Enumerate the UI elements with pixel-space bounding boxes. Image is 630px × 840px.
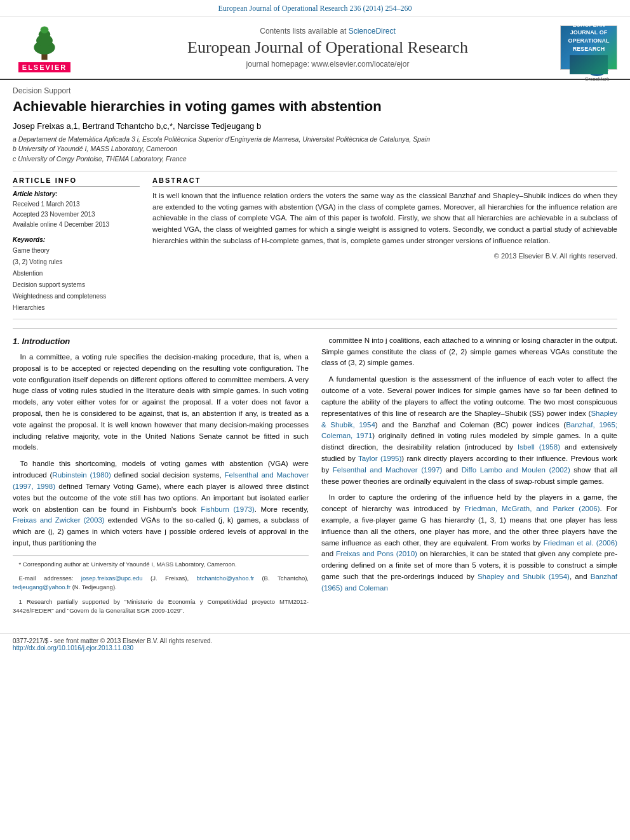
article-history: Article history: Received 1 March 2013 A… — [13, 190, 140, 230]
accepted-date: Accepted 23 November 2013 — [13, 210, 140, 220]
email-tchantcho[interactable]: btchantcho@yahoo.fr — [197, 575, 254, 582]
taylor-ref[interactable]: Taylor (1995) — [358, 455, 401, 462]
doi-link[interactable]: http://dx.doi.org/10.1016/j.ejor.2013.11… — [13, 644, 133, 651]
article-title: Achievable hierarchies in voting games w… — [13, 98, 617, 116]
body-columns: 1. Introduction In a committee, a voting… — [13, 328, 617, 620]
sciencedirect-label: Contents lists available at ScienceDirec… — [95, 27, 560, 36]
journal-cover-image: EUROPEAN JOURNAL OF OPERATIONAL RESEARCH — [560, 25, 617, 70]
right-para2: A fundamental question is the assessment… — [321, 374, 617, 487]
authors-text: Josep Freixas a,1, Bertrand Tchantcho b,… — [13, 121, 261, 131]
copyright-notice: © 2013 Elsevier B.V. All rights reserved… — [152, 252, 617, 260]
abstract-text: It is well known that the influence rela… — [152, 190, 617, 247]
keywords-section: Keywords: Game theory (3, 2) Voting rule… — [13, 236, 140, 314]
elsevier-logo: ELSEVIER — [13, 23, 76, 72]
journal-name: European Journal of Operational Research — [95, 38, 560, 57]
intro-para1: In a committee, a voting rule specifies … — [13, 352, 309, 453]
available-date: Available online 4 December 2013 — [13, 220, 140, 230]
article-info-heading: ARTICLE INFO — [13, 177, 140, 187]
publisher-logo: ELSEVIER — [13, 23, 95, 72]
bottom-bar: 0377-2217/$ - see front matter © 2013 El… — [0, 633, 630, 655]
keyword-3: Abstention — [13, 268, 140, 279]
affiliation-c: c University of Cergy Pontoise, THEMA La… — [13, 155, 187, 163]
email-tedjeugang[interactable]: tedjeugang@yahoo.fr — [13, 583, 70, 590]
shapley-shubik2-ref[interactable]: Shapley and Shubik (1954) — [478, 573, 570, 580]
keywords-label: Keywords: — [13, 236, 140, 243]
abstract-column: ABSTRACT It is well known that the influ… — [152, 177, 617, 314]
elsevier-wordmark: ELSEVIER — [18, 62, 70, 72]
right-para1: committee N into j coalitions, each atta… — [321, 335, 617, 369]
friedman2-ref[interactable]: Friedman et al. (2006) — [544, 539, 617, 547]
affiliations: a Departament de Matemàtica Aplicada 3 i… — [13, 135, 617, 164]
freixas-zwicker-ref[interactable]: Freixas and Zwicker (2003) — [13, 516, 105, 524]
corresponding-footnote: * Corresponding author at: University of… — [13, 560, 309, 569]
isbell-ref[interactable]: Isbell (1958) — [518, 443, 560, 451]
journal-homepage: journal homepage: www.elsevier.com/locat… — [95, 60, 560, 69]
keyword-6: Hierarchies — [13, 302, 140, 314]
keyword-5: Weightedness and completeness — [13, 291, 140, 302]
right-body-column: committee N into j coalitions, each atta… — [321, 335, 617, 620]
banzhaf2-ref[interactable]: Banzhaf (1965) and Coleman — [321, 573, 617, 592]
affiliation-a: a Departament de Matemàtica Aplicada 3 i… — [13, 135, 430, 143]
right-para3: In order to capture the ordering of the … — [321, 492, 617, 594]
svg-point-4 — [41, 27, 49, 34]
journal-header: ELSEVIER Contents lists available at Sci… — [0, 17, 630, 80]
keyword-1: Game theory — [13, 245, 140, 257]
abstract-heading: ABSTRACT — [152, 177, 617, 187]
email-freixas[interactable]: josep.freixas@upc.edu — [81, 575, 143, 582]
felsenthal2-ref[interactable]: Felsenthal and Machover (1997) — [333, 466, 443, 474]
body-divider — [13, 319, 617, 319]
footnotes: * Corresponding author at: University of… — [13, 556, 309, 615]
journal-title-block: Contents lists available at ScienceDirec… — [95, 27, 560, 69]
section-label: Decision Support — [13, 86, 617, 95]
diffo-ref[interactable]: Diffo Lambo and Moulen (2002) — [462, 466, 570, 474]
issn-text: 0377-2217/$ - see front matter © 2013 El… — [13, 637, 212, 644]
rubinstein-ref[interactable]: Rubinstein (1980) — [52, 471, 111, 479]
history-label: Article history: — [13, 190, 140, 197]
freixas-pons-ref[interactable]: Freixas and Pons (2010) — [336, 550, 417, 557]
cover-text: EUROPEAN JOURNAL OF OPERATIONAL RESEARCH — [563, 21, 614, 74]
footnote-1: 1 Research partially supported by "Minis… — [13, 597, 309, 616]
fishburn-ref[interactable]: Fishburn (1973) — [201, 505, 255, 513]
authors-line: Josep Freixas a,1, Bertrand Tchantcho b,… — [13, 121, 617, 131]
journal-citation-bar: European Journal of Operational Research… — [0, 0, 630, 17]
intro-para2: To handle this shortcoming, models of vo… — [13, 458, 309, 549]
intro-heading: 1. Introduction — [13, 335, 309, 348]
header-divider — [13, 171, 617, 171]
friedman-ref[interactable]: Friedman, McGrath, and Parker (2006) — [464, 505, 600, 512]
elsevier-tree-icon — [13, 23, 76, 61]
affiliation-b: b University of Yaoundé I, MASS Laborato… — [13, 145, 177, 152]
info-abstract-columns: ARTICLE INFO Article history: Received 1… — [13, 177, 617, 314]
journal-citation: European Journal of Operational Research… — [218, 4, 412, 13]
main-content: ✓ CrossMark Decision Support Achievable … — [0, 80, 630, 627]
article-info-column: ARTICLE INFO Article history: Received 1… — [13, 177, 140, 314]
keyword-2: (3, 2) Voting rules — [13, 257, 140, 268]
crossmark-label: CrossMark — [583, 76, 611, 82]
received-date: Received 1 March 2013 — [13, 199, 140, 210]
sciencedirect-link[interactable]: ScienceDirect — [349, 27, 396, 36]
email-footnote: E-mail addresses: josep.freixas@upc.edu … — [13, 574, 309, 592]
left-body-column: 1. Introduction In a committee, a voting… — [13, 335, 309, 620]
keyword-4: Decision support systems — [13, 279, 140, 291]
